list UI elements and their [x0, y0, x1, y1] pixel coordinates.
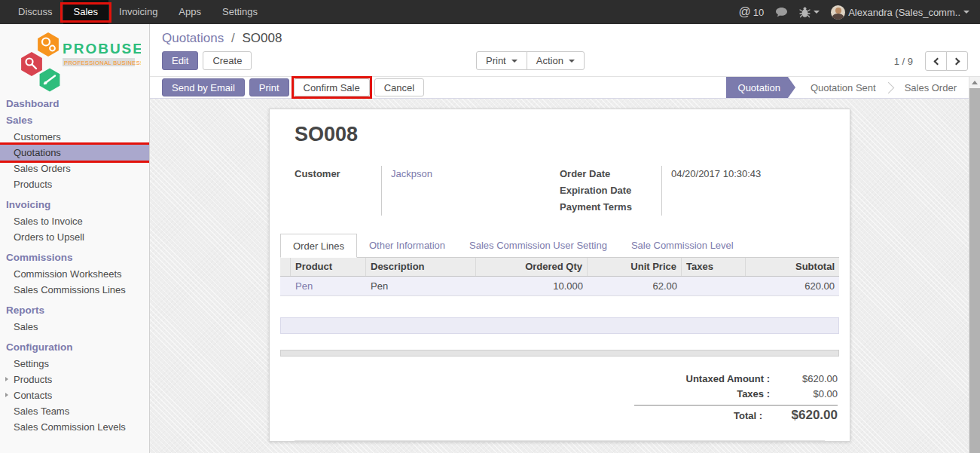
untaxed-amount-value: $620.00 — [770, 372, 838, 387]
create-button[interactable]: Create — [203, 51, 252, 70]
sidebar-item-sales-commissions-lines[interactable]: Sales Commissions Lines — [0, 282, 149, 298]
mention-counter[interactable]: @ 10 — [738, 5, 764, 19]
order-line-row[interactable]: Pen Pen 10.000 62.00 620.00 — [280, 277, 839, 296]
quotation-sheet: SO008 Customer Jackpson — [269, 109, 850, 442]
sidebar-item-reports-sales[interactable]: Sales — [0, 319, 149, 335]
order-lines-header: Product Description Ordered Qty Unit Pri… — [280, 258, 839, 277]
chevron-down-icon — [511, 60, 517, 63]
company-logo: PROBUSE PROFESSIONAL BUSINESS — [0, 24, 149, 96]
pager-next-button[interactable] — [946, 51, 968, 71]
totals-divider — [634, 405, 838, 406]
total-label: Total : — [734, 409, 762, 424]
status-pipeline: Quotation Quotation Sent Sales Order — [726, 77, 969, 99]
tab-other-information[interactable]: Other Information — [357, 234, 457, 257]
total-value: $620.00 — [762, 408, 838, 423]
pager-previous-button[interactable] — [925, 51, 947, 71]
notebook-tabs: Order Lines Other Information Sales Comm… — [280, 234, 839, 258]
record-pager: 1 / 9 — [894, 51, 968, 71]
taxes-value: $0.00 — [770, 387, 838, 402]
sidebar-item-sales-teams[interactable]: Sales Teams — [0, 403, 149, 419]
sidebar-section-invoicing: Invoicing — [0, 197, 149, 213]
sidebar-item-sales-to-invoice[interactable]: Sales to Invoice — [0, 213, 149, 229]
topnav-settings[interactable]: Settings — [212, 0, 268, 24]
column-header-product: Product — [291, 258, 366, 276]
topbar-right-cluster: @ 10 — [738, 0, 980, 24]
horizontal-scrollbar-track[interactable] — [280, 350, 839, 357]
sidebar-section-commissions: Commissions — [0, 249, 149, 266]
breadcrumb-separator: / — [231, 31, 235, 45]
expiration-date-label: Expiration Date — [560, 182, 661, 199]
sidebar-item-commission-worksheets[interactable]: Commission Worksheets — [0, 266, 149, 282]
tab-sale-commission-level[interactable]: Sale Commission Level — [619, 234, 746, 257]
sidebar-item-config-contacts[interactable]: Contacts — [0, 387, 149, 403]
expand-arrow-icon — [5, 377, 8, 381]
breadcrumb-quotations-link[interactable]: Quotations — [162, 31, 224, 45]
chevron-down-icon — [569, 60, 575, 63]
sidebar-item-orders-to-upsell[interactable]: Orders to Upsell — [0, 229, 149, 245]
sheet-footer-divider — [295, 440, 825, 441]
sidebar-item-sales-orders[interactable]: Sales Orders — [0, 161, 149, 176]
topnav-apps[interactable]: Apps — [168, 0, 212, 24]
sidebar-section-sales: Sales — [0, 112, 149, 129]
order-date-value: 04/20/2017 10:30:43 — [671, 166, 825, 182]
user-menu[interactable]: Alexandra (Sales_comm.. — [831, 5, 969, 20]
tab-order-lines[interactable]: Order Lines — [280, 234, 357, 258]
quotation-title: SO008 — [295, 123, 825, 146]
cell-unit-price: 62.00 — [588, 277, 682, 295]
print-quotation-button[interactable]: Print — [249, 78, 289, 96]
arrow-up-icon — [972, 81, 978, 84]
edit-button[interactable]: Edit — [162, 51, 198, 70]
confirm-sale-button[interactable]: Confirm Sale — [294, 78, 370, 96]
user-name: Alexandra (Sales_comm.. — [848, 7, 960, 18]
action-dropdown-button[interactable]: Action — [527, 51, 585, 70]
form-view-background: SO008 Customer Jackpson — [150, 99, 980, 453]
sidebar-section-configuration: Configuration — [0, 339, 149, 356]
sidebar-item-sales-commission-levels[interactable]: Sales Commission Levels — [0, 419, 149, 435]
expand-arrow-icon — [5, 393, 8, 397]
sidebar-item-config-products[interactable]: Products — [0, 372, 149, 387]
breadcrumb-current: SO008 — [242, 31, 282, 45]
pager-value: 1 / 9 — [894, 56, 913, 67]
chevron-left-icon — [933, 57, 941, 65]
row-gutter — [280, 258, 291, 276]
customer-value-link[interactable]: Jackpson — [391, 166, 560, 182]
order-date-label: Order Date — [560, 166, 661, 182]
topnav-discuss[interactable]: Discuss — [8, 0, 63, 24]
bug-icon — [799, 6, 811, 18]
order-lines-table: Product Description Ordered Qty Unit Pri… — [280, 258, 839, 296]
messages-button[interactable] — [775, 7, 788, 18]
state-quotation-sent[interactable]: Quotation Sent — [798, 77, 888, 99]
column-header-taxes: Taxes — [682, 258, 746, 276]
sidebar-section-reports: Reports — [0, 302, 149, 319]
control-panel: Quotations / SO008 Edit Create Print Act… — [150, 24, 980, 77]
sidebar-item-settings[interactable]: Settings — [0, 356, 149, 372]
tab-sales-commission-user-setting[interactable]: Sales Commission User Setting — [457, 234, 619, 257]
sidebar-item-quotations[interactable]: Quotations — [0, 145, 149, 161]
cell-product: Pen — [291, 277, 366, 295]
chevron-right-icon — [952, 57, 960, 65]
at-icon: @ — [738, 5, 750, 19]
chevron-down-icon — [963, 11, 969, 14]
totals-block: Untaxed Amount : $620.00 Taxes : $0.00 T… — [634, 372, 838, 424]
probuse-logo-icon: PROBUSE PROFESSIONAL BUSINESS — [8, 30, 141, 93]
column-header-subtotal: Subtotal — [746, 258, 839, 276]
vertical-scrollbar[interactable] — [969, 77, 980, 453]
print-dropdown-button[interactable]: Print — [476, 51, 527, 70]
debug-menu-button[interactable] — [799, 6, 820, 18]
cell-description: Pen — [366, 277, 476, 295]
cell-ordered-qty: 10.000 — [476, 277, 588, 295]
scrollbar-up-button[interactable] — [969, 77, 980, 88]
state-sales-order[interactable]: Sales Order — [893, 77, 969, 99]
topnav-invoicing[interactable]: Invoicing — [108, 0, 168, 24]
chat-bubble-icon — [775, 7, 788, 18]
customer-label: Customer — [295, 166, 381, 182]
sidebar-item-products[interactable]: Products — [0, 176, 149, 192]
column-header-unit-price: Unit Price — [588, 258, 682, 276]
topnav-sales[interactable]: Sales — [63, 0, 109, 24]
taxes-label: Taxes : — [737, 387, 770, 402]
state-quotation[interactable]: Quotation — [726, 77, 788, 98]
cancel-button[interactable]: Cancel — [374, 78, 424, 96]
send-by-email-button[interactable]: Send by Email — [162, 78, 245, 96]
scrollbar-thumb[interactable] — [969, 88, 980, 453]
sidebar-item-customers[interactable]: Customers — [0, 129, 149, 145]
